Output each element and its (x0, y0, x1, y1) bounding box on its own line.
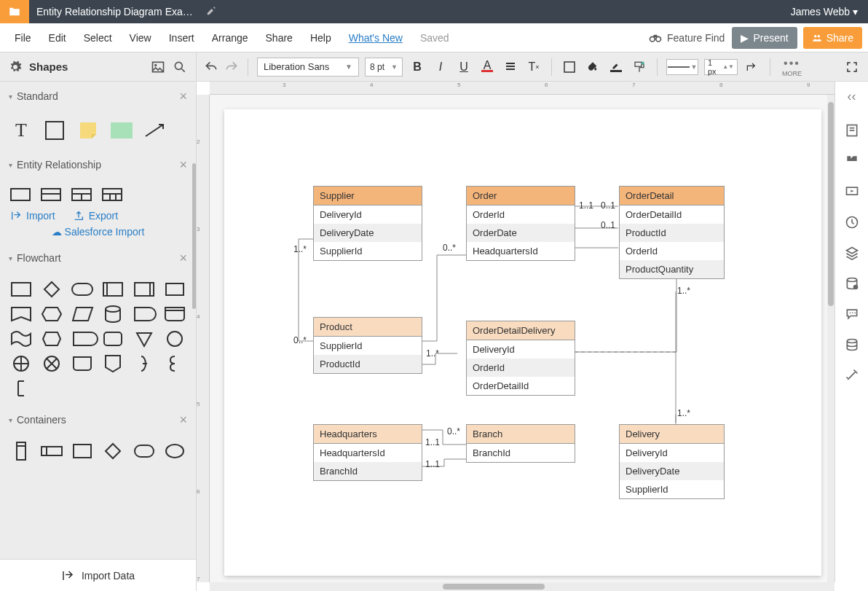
border-color-button[interactable] (607, 58, 625, 76)
fc-shape[interactable] (71, 356, 93, 372)
close-icon[interactable]: × (179, 412, 187, 428)
cont-shape[interactable] (71, 443, 93, 459)
fc-shape[interactable] (133, 306, 155, 322)
fc-shape[interactable] (10, 281, 32, 297)
fc-shape[interactable] (41, 331, 63, 347)
menu-view[interactable]: View (121, 26, 160, 50)
sidebar-scrollbar[interactable] (192, 163, 196, 309)
fc-shape[interactable] (102, 356, 124, 372)
arrow-shape[interactable] (144, 120, 166, 141)
menu-select[interactable]: Select (75, 26, 121, 50)
present-icon[interactable] (845, 184, 859, 199)
bold-button[interactable]: B (409, 58, 426, 76)
fc-shape[interactable] (41, 306, 63, 322)
gear-icon[interactable] (9, 60, 22, 74)
chat-icon[interactable] (845, 307, 859, 321)
line-width-select[interactable]: 1 px▲▼ (704, 59, 738, 75)
fc-shape[interactable] (164, 306, 186, 322)
folder-icon[interactable] (0, 0, 29, 23)
share-button[interactable]: Share (803, 27, 862, 49)
cont-shape[interactable] (41, 443, 63, 459)
collapse-icon[interactable]: ‹‹ (845, 86, 859, 107)
pencil-icon[interactable] (206, 6, 216, 18)
entity-delivery[interactable]: Delivery DeliveryId DeliveryDate Supplie… (619, 424, 725, 499)
salesforce-import-link[interactable]: ☁ Salesforce Import (10, 226, 186, 238)
fc-shape[interactable] (10, 356, 32, 372)
er-shape-1[interactable] (10, 188, 31, 201)
data-icon[interactable] (845, 276, 859, 291)
fc-shape[interactable] (71, 281, 93, 297)
panel-header-flowchart[interactable]: Flowchart× (0, 243, 196, 273)
feature-find[interactable]: Feature Find (648, 31, 725, 45)
text-color-button[interactable]: A (478, 58, 496, 76)
entity-product[interactable]: Product SupplierId ProductId (313, 317, 422, 374)
fill-button[interactable] (584, 58, 601, 76)
vertical-scrollbar[interactable] (827, 95, 835, 582)
user-menu[interactable]: James Webb ▾ (781, 6, 868, 17)
clear-format-button[interactable]: T× (525, 58, 542, 76)
menu-whats-new[interactable]: What's New (340, 26, 411, 50)
note-shape[interactable] (77, 120, 99, 141)
close-icon[interactable]: × (179, 89, 187, 104)
undo-icon[interactable] (204, 60, 218, 74)
fc-shape[interactable] (133, 331, 155, 347)
notes-icon[interactable] (845, 123, 859, 138)
fc-shape[interactable] (71, 331, 93, 347)
image-icon[interactable] (151, 60, 165, 74)
menu-help[interactable]: Help (301, 26, 340, 50)
cont-shape[interactable] (102, 443, 124, 459)
horizontal-scrollbar[interactable] (210, 582, 835, 591)
er-shape-3[interactable] (71, 188, 92, 201)
fc-shape[interactable] (102, 331, 124, 347)
wand-icon[interactable] (845, 368, 859, 383)
shape-button[interactable] (561, 58, 578, 76)
fc-shape[interactable] (71, 306, 93, 322)
text-shape[interactable]: T (10, 120, 32, 141)
history-icon[interactable] (845, 215, 859, 230)
panel-header-standard[interactable]: Standard× (0, 82, 196, 111)
fc-shape[interactable] (164, 281, 186, 297)
er-shape-4[interactable] (102, 188, 122, 201)
line-arrow-button[interactable] (743, 58, 761, 76)
fc-shape[interactable] (164, 331, 186, 347)
fc-shape[interactable] (41, 281, 63, 297)
menu-insert[interactable]: Insert (160, 26, 203, 50)
fc-shape[interactable] (10, 331, 32, 347)
close-icon[interactable]: × (179, 251, 187, 266)
layers-icon[interactable] (845, 246, 859, 260)
block-shape[interactable] (111, 120, 133, 141)
fullscreen-button[interactable] (843, 58, 861, 76)
database-icon[interactable] (845, 337, 859, 352)
font-select[interactable]: Liberation Sans▼ (257, 58, 359, 77)
entity-headquarters[interactable]: Headquarters HeadquartersId BranchId (313, 424, 422, 481)
fc-shape[interactable] (10, 306, 32, 322)
present-button[interactable]: ▶ Present (732, 27, 797, 49)
cont-shape[interactable] (133, 443, 155, 459)
er-shape-2[interactable] (41, 188, 61, 201)
import-link[interactable]: Import (10, 210, 55, 222)
comment-icon[interactable] (845, 154, 859, 168)
close-icon[interactable]: × (179, 157, 187, 173)
panel-header-er[interactable]: Entity Relationship× (0, 150, 196, 179)
entity-order[interactable]: Order OrderId OrderDate HeadquartersId (466, 186, 575, 261)
export-link[interactable]: Export (73, 210, 118, 222)
fc-shape[interactable] (102, 281, 124, 297)
fc-shape[interactable] (133, 356, 155, 372)
canvas[interactable]: Supplier DeliveryId DeliveryDate Supplie… (210, 95, 835, 582)
search-icon[interactable] (173, 60, 187, 74)
fc-shape[interactable] (102, 306, 124, 322)
import-data-button[interactable]: Import Data (0, 559, 196, 591)
cont-shape[interactable] (164, 443, 186, 459)
italic-button[interactable]: I (432, 58, 449, 76)
entity-supplier[interactable]: Supplier DeliveryId DeliveryDate Supplie… (313, 186, 422, 261)
fc-shape[interactable] (164, 356, 186, 372)
more-button[interactable]: •••MORE (782, 57, 802, 77)
underline-button[interactable]: U (455, 58, 473, 76)
menu-share[interactable]: Share (257, 26, 301, 50)
cont-shape[interactable] (10, 443, 32, 459)
fc-shape[interactable] (41, 356, 63, 372)
menu-edit[interactable]: Edit (40, 26, 75, 50)
fc-shape[interactable] (133, 281, 155, 297)
format-painter-button[interactable] (631, 58, 648, 76)
fc-shape[interactable] (10, 380, 32, 396)
